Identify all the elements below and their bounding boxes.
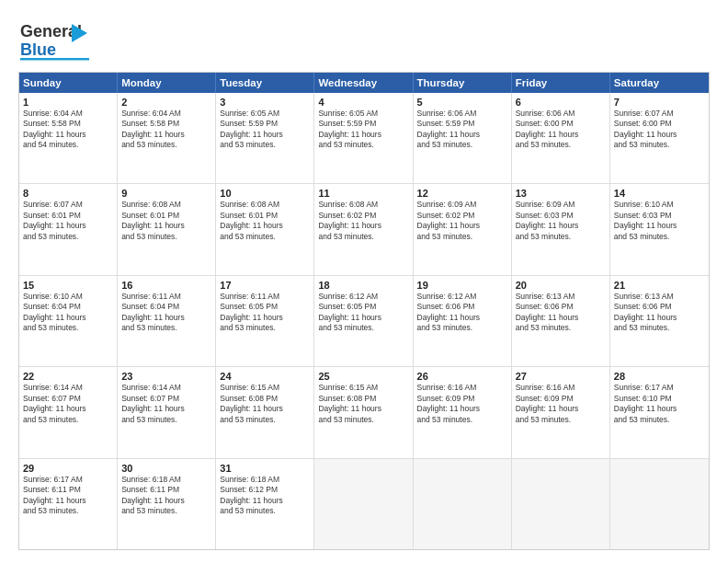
cell-info: Sunrise: 6:15 AMSunset: 6:08 PMDaylight:… <box>220 383 310 425</box>
day-number: 14 <box>614 188 705 199</box>
cell-info: Sunrise: 6:16 AMSunset: 6:09 PMDaylight:… <box>417 383 507 425</box>
day-number: 17 <box>220 280 310 291</box>
day-number: 5 <box>417 97 507 108</box>
day-number: 31 <box>220 463 310 474</box>
cal-cell-day-11: 11Sunrise: 6:08 AMSunset: 6:02 PMDayligh… <box>314 184 413 274</box>
cell-info: Sunrise: 6:06 AMSunset: 6:00 PMDaylight:… <box>516 109 606 151</box>
cal-header-monday: Monday <box>118 73 216 93</box>
day-number: 24 <box>220 371 310 382</box>
cell-info: Sunrise: 6:08 AMSunset: 6:02 PMDaylight:… <box>318 200 408 242</box>
cal-cell-day-13: 13Sunrise: 6:09 AMSunset: 6:03 PMDayligh… <box>512 184 610 274</box>
cell-info: Sunrise: 6:05 AMSunset: 5:59 PMDaylight:… <box>318 109 408 151</box>
day-number: 3 <box>220 97 310 108</box>
cal-row-0: 1Sunrise: 6:04 AMSunset: 5:58 PMDaylight… <box>19 93 709 184</box>
page: General Blue SundayMondayTuesdayWednesda… <box>0 0 728 563</box>
cal-cell-day-27: 27Sunrise: 6:16 AMSunset: 6:09 PMDayligh… <box>512 367 610 457</box>
cal-cell-day-1: 1Sunrise: 6:04 AMSunset: 5:58 PMDaylight… <box>19 93 118 183</box>
cell-info: Sunrise: 6:18 AMSunset: 6:11 PMDaylight:… <box>121 475 211 517</box>
cell-info: Sunrise: 6:13 AMSunset: 6:06 PMDaylight:… <box>614 292 705 334</box>
cal-cell-day-2: 2Sunrise: 6:04 AMSunset: 5:58 PMDaylight… <box>118 93 216 183</box>
day-number: 9 <box>121 188 211 199</box>
cal-row-1: 8Sunrise: 6:07 AMSunset: 6:01 PMDaylight… <box>19 184 709 275</box>
cal-cell-day-9: 9Sunrise: 6:08 AMSunset: 6:01 PMDaylight… <box>118 184 216 274</box>
cal-cell-day-17: 17Sunrise: 6:11 AMSunset: 6:05 PMDayligh… <box>216 276 314 366</box>
cell-info: Sunrise: 6:11 AMSunset: 6:04 PMDaylight:… <box>121 292 211 334</box>
cell-info: Sunrise: 6:07 AMSunset: 6:01 PMDaylight:… <box>23 200 113 242</box>
cal-cell-day-14: 14Sunrise: 6:10 AMSunset: 6:03 PMDayligh… <box>610 184 709 274</box>
cal-header-friday: Friday <box>512 73 610 93</box>
day-number: 10 <box>220 188 310 199</box>
day-number: 4 <box>318 97 408 108</box>
cal-cell-empty <box>512 459 610 549</box>
day-number: 12 <box>417 188 507 199</box>
cal-cell-day-10: 10Sunrise: 6:08 AMSunset: 6:01 PMDayligh… <box>216 184 314 274</box>
svg-text:Blue: Blue <box>20 40 56 59</box>
cal-cell-empty <box>414 459 512 549</box>
calendar-body: 1Sunrise: 6:04 AMSunset: 5:58 PMDaylight… <box>19 93 709 549</box>
logo: General Blue <box>18 17 106 64</box>
day-number: 22 <box>23 371 113 382</box>
day-number: 20 <box>516 280 606 291</box>
day-number: 19 <box>417 280 507 291</box>
cal-cell-day-20: 20Sunrise: 6:13 AMSunset: 6:06 PMDayligh… <box>512 276 610 366</box>
cal-cell-day-16: 16Sunrise: 6:11 AMSunset: 6:04 PMDayligh… <box>118 276 216 366</box>
calendar-header: SundayMondayTuesdayWednesdayThursdayFrid… <box>19 73 709 93</box>
cell-info: Sunrise: 6:17 AMSunset: 6:10 PMDaylight:… <box>614 383 705 425</box>
cal-cell-day-22: 22Sunrise: 6:14 AMSunset: 6:07 PMDayligh… <box>19 367 118 457</box>
cell-info: Sunrise: 6:16 AMSunset: 6:09 PMDaylight:… <box>516 383 606 425</box>
header: General Blue <box>18 17 710 64</box>
day-number: 28 <box>614 371 705 382</box>
cell-info: Sunrise: 6:11 AMSunset: 6:05 PMDaylight:… <box>220 292 310 334</box>
cal-cell-day-26: 26Sunrise: 6:16 AMSunset: 6:09 PMDayligh… <box>414 367 512 457</box>
day-number: 25 <box>318 371 408 382</box>
cell-info: Sunrise: 6:09 AMSunset: 6:03 PMDaylight:… <box>516 200 606 242</box>
cal-cell-day-7: 7Sunrise: 6:07 AMSunset: 6:00 PMDaylight… <box>610 93 709 183</box>
cell-info: Sunrise: 6:15 AMSunset: 6:08 PMDaylight:… <box>318 383 408 425</box>
cell-info: Sunrise: 6:17 AMSunset: 6:11 PMDaylight:… <box>23 475 113 517</box>
cal-row-4: 29Sunrise: 6:17 AMSunset: 6:11 PMDayligh… <box>19 459 709 549</box>
cal-cell-day-12: 12Sunrise: 6:09 AMSunset: 6:02 PMDayligh… <box>414 184 512 274</box>
cal-cell-day-15: 15Sunrise: 6:10 AMSunset: 6:04 PMDayligh… <box>19 276 118 366</box>
day-number: 8 <box>23 188 113 199</box>
cell-info: Sunrise: 6:12 AMSunset: 6:05 PMDaylight:… <box>318 292 408 334</box>
day-number: 6 <box>516 97 606 108</box>
cal-cell-day-8: 8Sunrise: 6:07 AMSunset: 6:01 PMDaylight… <box>19 184 118 274</box>
cal-cell-day-6: 6Sunrise: 6:06 AMSunset: 6:00 PMDaylight… <box>512 93 610 183</box>
day-number: 1 <box>23 97 113 108</box>
cell-info: Sunrise: 6:18 AMSunset: 6:12 PMDaylight:… <box>220 475 310 517</box>
day-number: 27 <box>516 371 606 382</box>
cal-cell-day-28: 28Sunrise: 6:17 AMSunset: 6:10 PMDayligh… <box>610 367 709 457</box>
cell-info: Sunrise: 6:13 AMSunset: 6:06 PMDaylight:… <box>516 292 606 334</box>
cell-info: Sunrise: 6:04 AMSunset: 5:58 PMDaylight:… <box>23 109 113 151</box>
day-number: 7 <box>614 97 705 108</box>
cal-row-2: 15Sunrise: 6:10 AMSunset: 6:04 PMDayligh… <box>19 276 709 367</box>
cal-header-thursday: Thursday <box>414 73 512 93</box>
cal-cell-day-29: 29Sunrise: 6:17 AMSunset: 6:11 PMDayligh… <box>19 459 118 549</box>
cal-cell-day-5: 5Sunrise: 6:06 AMSunset: 5:59 PMDaylight… <box>414 93 512 183</box>
day-number: 21 <box>614 280 705 291</box>
cell-info: Sunrise: 6:14 AMSunset: 6:07 PMDaylight:… <box>121 383 211 425</box>
cell-info: Sunrise: 6:08 AMSunset: 6:01 PMDaylight:… <box>121 200 211 242</box>
cell-info: Sunrise: 6:10 AMSunset: 6:04 PMDaylight:… <box>23 292 113 334</box>
cal-cell-day-21: 21Sunrise: 6:13 AMSunset: 6:06 PMDayligh… <box>610 276 709 366</box>
cal-cell-empty <box>314 459 413 549</box>
cal-header-sunday: Sunday <box>19 73 118 93</box>
cell-info: Sunrise: 6:06 AMSunset: 5:59 PMDaylight:… <box>417 109 507 151</box>
cell-info: Sunrise: 6:12 AMSunset: 6:06 PMDaylight:… <box>417 292 507 334</box>
cal-header-wednesday: Wednesday <box>314 73 413 93</box>
svg-rect-3 <box>20 58 89 61</box>
cell-info: Sunrise: 6:14 AMSunset: 6:07 PMDaylight:… <box>23 383 113 425</box>
cal-row-3: 22Sunrise: 6:14 AMSunset: 6:07 PMDayligh… <box>19 367 709 458</box>
day-number: 29 <box>23 463 113 474</box>
day-number: 2 <box>121 97 211 108</box>
cell-info: Sunrise: 6:10 AMSunset: 6:03 PMDaylight:… <box>614 200 705 242</box>
cal-cell-day-4: 4Sunrise: 6:05 AMSunset: 5:59 PMDaylight… <box>314 93 413 183</box>
cal-cell-day-18: 18Sunrise: 6:12 AMSunset: 6:05 PMDayligh… <box>314 276 413 366</box>
cal-cell-day-24: 24Sunrise: 6:15 AMSunset: 6:08 PMDayligh… <box>216 367 314 457</box>
cell-info: Sunrise: 6:05 AMSunset: 5:59 PMDaylight:… <box>220 109 310 151</box>
logo-svg: General Blue <box>18 17 106 64</box>
cal-cell-day-31: 31Sunrise: 6:18 AMSunset: 6:12 PMDayligh… <box>216 459 314 549</box>
cal-cell-day-23: 23Sunrise: 6:14 AMSunset: 6:07 PMDayligh… <box>118 367 216 457</box>
cal-header-tuesday: Tuesday <box>216 73 314 93</box>
cell-info: Sunrise: 6:04 AMSunset: 5:58 PMDaylight:… <box>121 109 211 151</box>
